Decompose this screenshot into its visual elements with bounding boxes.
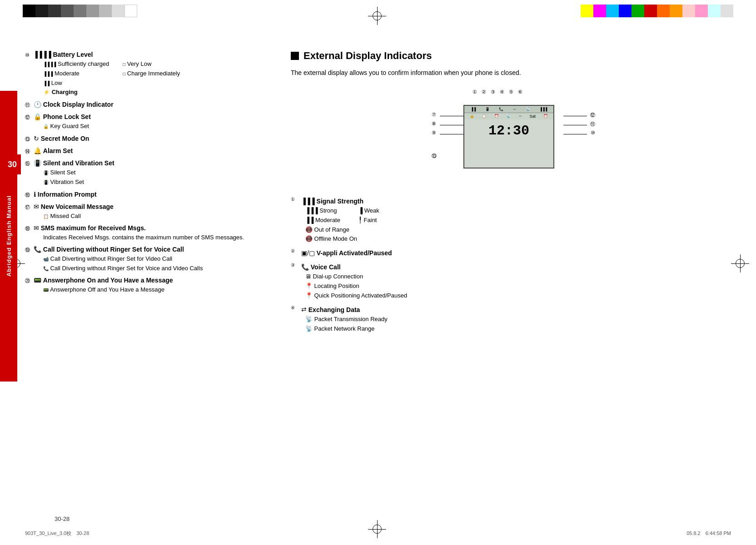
ind-signal: ① ▐▐▐ Signal Strength ▐▐▐ Strong ▐▐ Mode… [291, 196, 736, 244]
item-clock: ⑪ 🕐 Clock Display Indicator [25, 100, 293, 109]
crosshair-top [368, 7, 386, 25]
ann-4: ④ [500, 89, 504, 95]
ann-5: ⑤ [509, 89, 513, 95]
missed-call: 📋 Missed Call [43, 212, 293, 221]
divert-both: 📞 Call Diverting without Ringer Set for … [43, 264, 293, 273]
item-phone-lock: ⑫ 🔒 Phone Lock Set 🔒 Key Guard Set [25, 112, 293, 131]
item-secret: ⑬ ↻ Secret Mode On [25, 134, 293, 144]
left-content: ⑩ ▐▐▐▐ Battery Level ▐▐▐▐ Sufficiently c… [25, 50, 293, 297]
crosshair-bottom [368, 520, 386, 538]
phone-diagram-wrapper: ① ② ③ ④ ⑤ ⑥ ▐▐ 📱 📞 ↔ 📡 ▐▐▐ 🔒 📋 ⏰ � [427, 87, 600, 187]
signal-strong: ▐▐▐ Strong [305, 206, 340, 216]
batt-sufficient: ▐▐▐▐ Sufficiently charged [43, 59, 109, 69]
ann-7: ⑦ [432, 112, 436, 118]
ann-8: ⑧ [432, 121, 436, 127]
ind-vappli: ② ▣/▢ V-appli Activated/Paused [291, 248, 736, 258]
section-description: The external display allows you to confi… [291, 68, 736, 78]
out-of-range: 📵 Out of Range [305, 225, 736, 235]
bottom-info-left: 903T_30_Live_3.0校 30-28 [25, 530, 89, 537]
right-panel: External Display Indicators The external… [291, 50, 736, 337]
batt-very-low: □ Very Low [123, 59, 180, 69]
item-sms-max: ⑱ ✉ SMS maximum for Received Msgs. Indic… [25, 223, 293, 242]
item-info-prompt: ⑯ ℹ Information Prompt [25, 190, 293, 199]
page-footer: 30-28 [55, 515, 70, 522]
item-voicemail: ⑰ ✉ New Voicemail Message 📋 Missed Call [25, 202, 293, 221]
item-alarm: ⑭ 🔔 Alarm Set [25, 146, 293, 156]
batt-low: ▐▐ Low [43, 79, 109, 88]
side-tab: Abridged English Manual [0, 91, 17, 382]
signal-weak: ▐ Weak [358, 206, 379, 216]
item-answerphone: ⑳ 📟 Answerphone On and You Have a Messag… [25, 276, 293, 295]
phone-display-box: ▐▐ 📱 📞 ↔ 📡 ▐▐▐ 🔒 📋 ⏰ 📡 ↔ Sat ⏰ 12:30 [463, 105, 554, 168]
ann-12: ⑫ [590, 112, 595, 119]
bottom-info-right: 05.8.2 6:44:58 PM [686, 530, 731, 537]
batt-charge-immediately: □ Charge Immediately [123, 69, 180, 79]
packet-ready: 📡 Packet Transmission Ready [305, 315, 736, 324]
ann-11: ⑪ [590, 121, 595, 128]
ann-6: ⑥ [518, 89, 522, 95]
ann-1: ① [472, 89, 477, 95]
vibration-set: 📳 Vibration Set [43, 178, 293, 187]
packet-network: 📡 Packet Network Range [305, 324, 736, 334]
color-bar-left [23, 5, 137, 17]
signal-faint: ╿ Faint [358, 216, 379, 225]
ind-exchanging-data: ④ ⇄ Exchanging Data 📡 Packet Transmissio… [291, 304, 736, 334]
ann-3: ③ [491, 89, 495, 95]
black-square-icon [291, 52, 299, 60]
answerphone-off: 📟 Answerphone Off and You Have a Message [43, 285, 293, 295]
ann-2: ② [482, 89, 486, 95]
item-call-divert: ⑲ 📞 Call Diverting without Ringer Set fo… [25, 245, 293, 273]
locating: 📍 Locating Position [305, 282, 736, 291]
divert-video: 📹 Call Diverting without Ringer Set for … [43, 254, 293, 264]
ann-10: ⑩ [591, 130, 595, 136]
key-guard: 🔒 Key Guard Set [43, 122, 293, 131]
side-tab-label: Abridged English Manual [5, 195, 12, 277]
charging-item: ⚡ Charging [43, 88, 293, 97]
item-silent-vib: ⑮ 📳 Silent and Vibration Set 📳 Silent Se… [25, 159, 293, 187]
ann-9: ⑨ [432, 130, 436, 136]
right-section-title: External Display Indicators [291, 50, 736, 62]
signal-moderate: ▐▐ Moderate [305, 216, 340, 225]
sat-label: Sat [530, 114, 536, 119]
batt-moderate: ▐▐▐ Moderate [43, 69, 109, 79]
ind-voice-call: ③ 📞 Voice Call 🖥 Dial-up Connection 📍 Lo… [291, 262, 736, 300]
time-display: 12:30 [464, 119, 553, 142]
ann-13: ⑬ [432, 153, 437, 159]
item-battery: ⑩ ▐▐▐▐ Battery Level ▐▐▐▐ Sufficiently c… [25, 50, 293, 97]
page-number-badge: 30 [4, 154, 21, 174]
quickpos: 📍 Quick Positioning Activated/Paused [305, 291, 736, 301]
silent-set: 📳 Silent Set [43, 168, 293, 178]
dialup: 🖥 Dial-up Connection [305, 272, 736, 282]
color-bar-right [581, 5, 733, 17]
offline-mode: 📵 Offline Mode On [305, 234, 736, 244]
indicators-list: ① ▐▐▐ Signal Strength ▐▐▐ Strong ▐▐ Mode… [291, 196, 736, 333]
